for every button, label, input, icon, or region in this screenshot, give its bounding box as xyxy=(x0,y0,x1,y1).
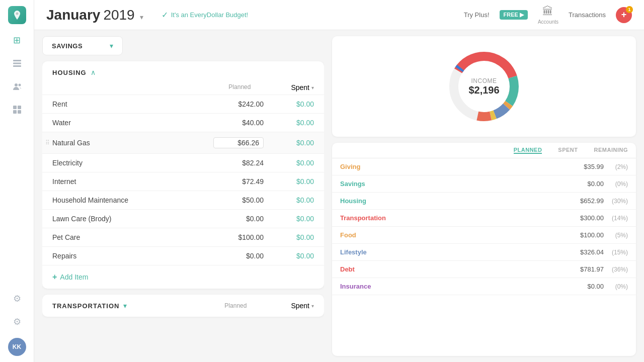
debt-amount: $781.97 xyxy=(569,265,604,273)
category-housing[interactable]: Housing xyxy=(340,197,565,205)
add-item-button[interactable]: + Add Item xyxy=(42,265,324,289)
row-name: Water xyxy=(52,119,208,127)
row-spent: $0.00 xyxy=(264,159,314,167)
transportation-amount: $300.00 xyxy=(569,214,604,222)
row-spent: $0.00 xyxy=(264,139,314,147)
row-planned: $82.24 xyxy=(208,159,264,167)
donut-chart: INCOME $2,196 xyxy=(444,46,524,127)
svg-rect-9 xyxy=(18,110,21,114)
category-savings[interactable]: Savings xyxy=(340,180,565,188)
housing-col-headers: Planned Spent ▾ xyxy=(42,83,324,95)
transport-spent-col[interactable]: Spent ▾ xyxy=(291,302,314,310)
housing-pct: (30%) xyxy=(608,198,628,205)
right-panel: INCOME $2,196 PLANNED SPENT REMAINING G xyxy=(332,36,636,356)
housing-chevron-icon: ∧ xyxy=(91,68,96,76)
income-amount: $2,196 xyxy=(468,84,499,96)
avatar[interactable]: KK xyxy=(8,338,26,356)
row-planned: $50.00 xyxy=(208,196,264,204)
try-plus-button[interactable]: FREE ▶ xyxy=(500,10,528,20)
row-planned: $40.00 xyxy=(208,119,264,127)
svg-rect-8 xyxy=(13,110,17,114)
table-row[interactable]: Pet Care $100.00 $0.00 xyxy=(42,228,324,246)
planned-amount-input[interactable] xyxy=(213,137,264,148)
table-row[interactable]: Household Maintenance $50.00 $0.00 xyxy=(42,191,324,209)
spent-col-header[interactable]: Spent ▾ xyxy=(291,83,314,92)
debt-pct: (36%) xyxy=(608,266,628,273)
category-giving[interactable]: Giving xyxy=(340,163,565,170)
year-title: 2019 xyxy=(103,7,134,23)
summary-row-lifestyle[interactable]: Lifestyle $326.04 (15%) xyxy=(332,244,636,261)
row-planned: $0.00 xyxy=(208,252,264,260)
summary-row-debt[interactable]: Debt $781.97 (36%) xyxy=(332,261,636,278)
layers-icon[interactable] xyxy=(10,56,24,70)
savings-amount: $0.00 xyxy=(569,180,604,188)
logo[interactable] xyxy=(8,6,26,24)
settings-icon[interactable]: ⚙ xyxy=(10,292,24,306)
table-row[interactable]: Rent $242.00 $0.00 xyxy=(42,95,324,113)
transactions-link[interactable]: Transactions xyxy=(569,11,606,19)
category-food[interactable]: Food xyxy=(340,231,565,239)
savings-chevron-icon: ▾ xyxy=(110,42,113,50)
month-year-display[interactable]: January 2019 ▾ xyxy=(46,7,143,23)
transport-sort-icon: ▾ xyxy=(311,303,314,309)
table-row[interactable]: Water $40.00 $0.00 xyxy=(42,113,324,132)
row-name: Internet xyxy=(52,177,208,186)
gear-icon[interactable]: ⚙ xyxy=(10,315,24,329)
svg-rect-7 xyxy=(18,106,21,109)
summary-row-giving[interactable]: Giving $35.99 (2%) xyxy=(332,158,636,175)
table-row[interactable]: Electricity $82.24 $0.00 xyxy=(42,153,324,172)
row-name: Pet Care xyxy=(52,233,208,241)
row-spent: $0.00 xyxy=(264,119,314,127)
summary-row-savings[interactable]: Savings $0.00 (0%) xyxy=(332,175,636,193)
row-name: Natural Gas xyxy=(52,139,213,147)
housing-header[interactable]: HOUSING ∧ xyxy=(42,61,324,83)
transportation-header[interactable]: TRANSPORTATION ▾ Planned Spent ▾ xyxy=(42,295,324,317)
table-row[interactable]: Lawn Care (Brody) $0.00 $0.00 xyxy=(42,209,324,228)
category-debt[interactable]: Debt xyxy=(340,265,565,273)
row-name: Household Maintenance xyxy=(52,196,208,204)
planned-header[interactable]: PLANNED xyxy=(514,147,542,154)
notification-badge: 1 xyxy=(626,6,633,13)
add-transaction-button[interactable]: + 1 xyxy=(616,7,632,23)
transportation-chevron-icon: ▾ xyxy=(123,302,127,310)
month-title: January xyxy=(46,7,100,23)
table-row[interactable]: Repairs $0.00 $0.00 xyxy=(42,246,324,265)
transport-planned-col: Planned xyxy=(224,302,247,309)
summary-row-housing[interactable]: Housing $652.99 (30%) xyxy=(332,193,636,210)
drag-handle-icon: ⠿ xyxy=(45,139,50,146)
remaining-header[interactable]: REMAINING xyxy=(594,147,628,154)
svg-rect-2 xyxy=(13,63,21,64)
row-planned: $242.00 xyxy=(208,100,264,108)
dashboard-icon[interactable]: ⊞ xyxy=(10,33,24,47)
play-icon[interactable] xyxy=(10,103,24,117)
savings-dropdown[interactable]: SAVINGS ▾ xyxy=(42,36,123,55)
accounts-nav[interactable]: 🏛 Accounts xyxy=(538,5,558,25)
svg-rect-1 xyxy=(13,60,21,61)
users-icon[interactable] xyxy=(10,79,24,94)
everydollar-badge: ✓ It's an EveryDollar Budget! xyxy=(162,10,249,20)
month-dropdown-arrow[interactable]: ▾ xyxy=(140,13,143,21)
food-amount: $100.00 xyxy=(569,231,604,239)
row-name: Repairs xyxy=(52,252,208,260)
row-spent: $0.00 xyxy=(264,177,314,186)
summary-row-insurance[interactable]: Insurance $0.00 (0%) xyxy=(332,278,636,295)
row-planned: $100.00 xyxy=(208,233,264,241)
income-label: INCOME xyxy=(468,77,499,84)
svg-point-5 xyxy=(18,84,21,86)
summary-row-food[interactable]: Food $100.00 (5%) xyxy=(332,227,636,244)
summary-row-transportation[interactable]: Transportation $300.00 (14%) xyxy=(332,210,636,227)
donut-center: INCOME $2,196 xyxy=(468,77,499,96)
category-transportation[interactable]: Transportation xyxy=(340,214,565,222)
try-plus-link[interactable]: Try Plus! xyxy=(464,11,490,19)
table-row[interactable]: ⠿ Natural Gas $0.00 xyxy=(42,132,324,153)
row-spent: $0.00 xyxy=(264,196,314,204)
table-row[interactable]: Internet $72.49 $0.00 xyxy=(42,172,324,191)
row-spent: $0.00 xyxy=(264,233,314,241)
category-lifestyle[interactable]: Lifestyle xyxy=(340,248,565,256)
housing-title: HOUSING xyxy=(52,69,87,76)
transportation-section: TRANSPORTATION ▾ Planned Spent ▾ xyxy=(42,295,324,317)
category-insurance[interactable]: Insurance xyxy=(340,283,565,290)
spent-header[interactable]: SPENT xyxy=(558,147,578,154)
svg-rect-3 xyxy=(13,65,21,67)
lifestyle-pct: (15%) xyxy=(608,249,628,256)
